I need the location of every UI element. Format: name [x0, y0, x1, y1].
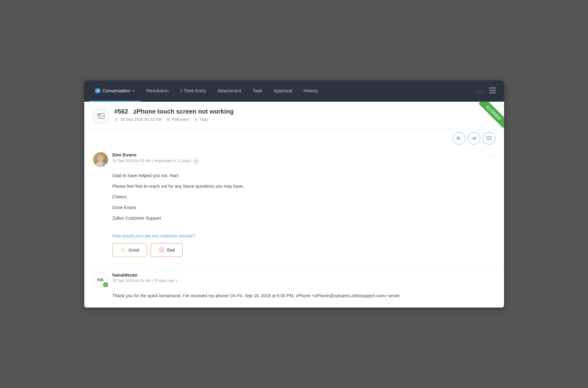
svg-point-8 — [195, 119, 196, 119]
tag-icon — [194, 117, 198, 121]
forward-button[interactable] — [468, 132, 480, 145]
svg-rect-0 — [489, 88, 496, 89]
messages-area: Don Evans 29 Sep 2016 01:53 AM ( respond… — [84, 145, 504, 307]
closed-ribbon: CLOSED — [473, 102, 504, 130]
body-line-2: Please feel free to reach out for any fu… — [112, 183, 495, 190]
history-label: History — [303, 88, 318, 93]
sender-time-1: 29 Sep 2016 01:53 AM ( responded in 12 d… — [112, 158, 484, 163]
message-more-button-1[interactable]: ··· — [488, 152, 495, 159]
bad-button[interactable]: ☹ Bad — [151, 243, 183, 257]
tags-link[interactable]: Tags — [194, 117, 208, 122]
svg-rect-2 — [489, 92, 496, 93]
tab-time-entry[interactable]: 1 Time Entry — [174, 80, 212, 102]
message2-age: ( 33 days ago ) — [152, 278, 177, 283]
message-block-hanalderan: HA ⚡ hanalderan 16 Sep 2016 04:31 AM ( 3… — [84, 265, 504, 308]
ha-badge: ⚡ — [103, 282, 108, 287]
message-body-1: Glad to have helped you out, Han! Please… — [93, 172, 495, 257]
top-nav: 4 Conversation ▼ Resolution 1 Time Entry… — [84, 80, 504, 102]
message1-responded: ( responded in 12 days ) — [152, 159, 192, 163]
svg-rect-1 — [489, 90, 496, 91]
body-line-5: Zylker Customer Support — [112, 215, 495, 222]
good-emoji: ☺ — [120, 247, 126, 253]
tab-conversation[interactable]: 4 Conversation ▼ — [89, 80, 141, 102]
approval-label: Approval — [273, 88, 292, 93]
resolution-label: Resolution — [146, 88, 169, 93]
message2-body: Thank you for the quick turnaround, I've… — [112, 292, 495, 300]
chevron-down-icon: ▼ — [132, 89, 135, 93]
ticket-subject: zPhone touch screen not working — [133, 108, 234, 115]
message-block-don-evans: Don Evans 29 Sep 2016 01:53 AM ( respond… — [84, 145, 504, 265]
rating-question[interactable]: How would you rate our customer service? — [112, 232, 495, 240]
ticket-meta: 16 Sep 2016 04:23 AM · Followers · — [114, 117, 234, 122]
forward-icon — [471, 135, 477, 141]
ticket-title: #562 zPhone touch screen not working — [114, 108, 234, 115]
svg-point-11 — [489, 138, 489, 138]
tab-resolution[interactable]: Resolution — [141, 80, 174, 102]
hamburger-button[interactable] — [486, 88, 499, 95]
svg-point-15 — [98, 156, 103, 161]
svg-point-12 — [490, 138, 490, 138]
conversation-badge: 4 — [95, 88, 101, 93]
comment-button[interactable] — [483, 132, 495, 145]
body-line-3: Cheers, — [112, 193, 495, 201]
tab-task[interactable]: Task — [247, 80, 268, 102]
followers-label: Followers — [172, 117, 189, 122]
message-body-2: Thank you for the quick turnaround, I've… — [93, 292, 495, 300]
ha-initials: HA — [97, 277, 103, 282]
conversation-label: Conversation — [102, 88, 130, 93]
ticket-id: #562 — [114, 108, 128, 115]
tab-attachment[interactable]: Attachment — [212, 80, 247, 102]
message-header-2: HA ⚡ hanalderan 16 Sep 2016 04:31 AM ( 3… — [93, 272, 495, 287]
time-entry-label: 1 Time Entry — [180, 88, 206, 93]
comment-icon — [486, 135, 492, 141]
action-buttons-row — [84, 130, 504, 145]
reply-all-button[interactable] — [453, 132, 465, 145]
message-meta-1: Don Evans 29 Sep 2016 01:53 AM ( respond… — [112, 152, 484, 163]
message-meta-2: hanalderan 16 Sep 2016 04:31 AM ( 33 day… — [112, 272, 495, 283]
tags-label: Tags — [200, 117, 208, 122]
more-options-button[interactable]: ··· — [474, 88, 486, 95]
attachment-label: Attachment — [218, 88, 242, 93]
play-button-1[interactable]: ▶ — [194, 158, 199, 163]
clock-icon — [114, 117, 118, 121]
ticket-info: #562 zPhone touch screen not working 16 … — [114, 108, 234, 122]
message-header-1: Don Evans 29 Sep 2016 01:53 AM ( respond… — [93, 152, 495, 167]
svg-point-10 — [488, 138, 488, 138]
sender-time-2: 16 Sep 2016 04:31 AM ( 33 days ago ) — [112, 278, 495, 283]
task-label: Task — [252, 88, 262, 93]
followers-link[interactable]: Followers — [166, 117, 189, 122]
good-label: Good — [128, 248, 139, 253]
rating-buttons: ☺ Good ☹ Bad — [112, 243, 495, 257]
bad-emoji: ☹ — [159, 247, 164, 253]
followers-icon — [166, 117, 170, 121]
svg-point-4 — [98, 113, 100, 115]
body-line-1: Glad to have helped you out, Han! — [112, 172, 495, 180]
agent-badge — [103, 162, 108, 167]
avatar-hanalderan: HA ⚡ — [93, 272, 108, 287]
svg-point-7 — [168, 119, 169, 120]
reply-all-icon — [456, 135, 462, 141]
good-button[interactable]: ☺ Good — [112, 243, 147, 257]
sender-name-1: Don Evans — [112, 152, 484, 157]
message2-time: 16 Sep 2016 04:31 AM — [112, 278, 151, 283]
bad-label: Bad — [167, 248, 175, 253]
ticket-date: 16 Sep 2016 04:23 AM — [120, 117, 162, 122]
ticket-header: #562 zPhone touch screen not working 16 … — [84, 102, 504, 130]
status-badge: CLOSED — [478, 102, 504, 128]
avatar-don-evans — [93, 152, 108, 167]
message1-time: 29 Sep 2016 01:53 AM — [112, 159, 151, 163]
ticket-icon — [93, 108, 109, 124]
tab-approval[interactable]: Approval — [268, 80, 298, 102]
app-window: 4 Conversation ▼ Resolution 1 Time Entry… — [84, 80, 504, 307]
tab-history[interactable]: History — [298, 80, 324, 102]
sender-name-2: hanalderan — [112, 272, 495, 278]
body-line-4: Done Evans — [112, 204, 495, 212]
